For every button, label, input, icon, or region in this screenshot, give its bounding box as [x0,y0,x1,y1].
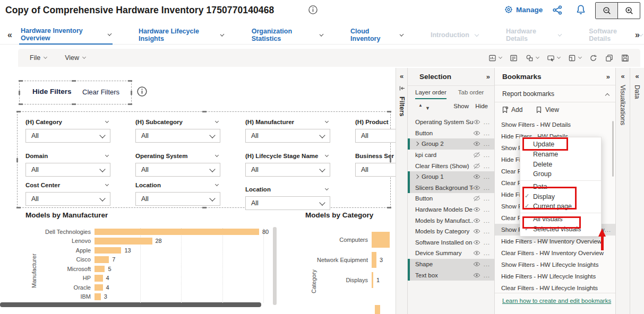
tab-hardware-details[interactable]: Hardware Details [504,25,563,45]
zoom-in-button[interactable] [617,3,640,19]
visible-eye-icon[interactable] [473,206,480,213]
bookmark-item[interactable]: Clear Filters - HW Lifecycle Insights [495,282,615,292]
layer-item[interactable]: Text box... [408,269,494,281]
bar[interactable] [95,229,259,235]
slicer-menu-chevron-icon[interactable] [215,119,219,123]
chevron-down-icon[interactable] [558,32,562,36]
dock-filters-icon[interactable] [399,85,406,92]
tab-hardware-lifecycle-insights[interactable]: Hardware Lifecycle Insights [137,25,226,45]
tab-introduction[interactable]: Introduction [429,25,480,45]
more-options-icon[interactable]: ... [484,141,490,147]
layer-item[interactable]: Operating System Su...... [408,117,494,128]
buttons-button[interactable] [545,53,562,64]
layer-item[interactable]: Slicers Background Te...... [408,182,494,194]
slicer-location-2-dropdown[interactable]: All [245,196,330,210]
layer-item[interactable]: Button... [408,193,494,204]
filters-strip-label[interactable]: Filters [398,97,406,117]
slicer-location-1-dropdown[interactable]: All [135,192,220,206]
bar[interactable] [372,252,376,268]
report-info-icon[interactable] [308,5,318,15]
menu-item-display[interactable]: ✓Display [520,191,601,202]
more-options-icon[interactable]: ... [484,239,490,246]
visual-info-icon[interactable] [136,86,148,97]
bar[interactable] [95,284,103,291]
hidden-eye-icon[interactable] [473,151,480,159]
show-all-button[interactable]: Show [453,103,469,109]
data-strip-label[interactable]: Data [633,85,641,99]
more-options-icon[interactable]: ... [605,226,611,233]
add-bookmark-button[interactable]: Add [501,106,522,114]
notifications-button[interactable] [576,4,586,15]
menu-item-update[interactable]: Update [520,139,601,150]
learn-bookmarks-link[interactable]: Learn how to create and edit bookmarks [502,298,611,304]
visual-gallery-button[interactable] [487,53,503,64]
menu-item-all-visuals[interactable]: All visuals [520,214,601,224]
bookmark-item[interactable]: Clear Filters - HW Inventory Overview [495,247,615,259]
more-options-icon[interactable]: ... [484,272,490,278]
layer-item-group[interactable]: Group 2... [408,138,494,150]
canvas-horizontal-scrollbar[interactable] [0,302,261,307]
share-button[interactable] [552,5,563,15]
slicer-menu-chevron-icon[interactable] [325,153,329,157]
layer-item[interactable]: Device Summary... [408,248,494,259]
slicer-menu-chevron-icon[interactable] [105,153,109,157]
bookmark-item[interactable]: Show Filters - HW Details [495,119,615,130]
visualizations-strip-label[interactable]: Visualizations [619,85,626,125]
slicer-category-dropdown[interactable]: All [25,129,110,143]
tabs-scroll-right-icon[interactable]: » [635,30,640,40]
duplicate-page-button[interactable] [604,53,615,64]
slicer-lifecycle-stage-dropdown[interactable]: All [245,163,330,177]
more-options-icon[interactable]: ... [484,173,490,180]
visible-eye-icon[interactable] [473,140,480,147]
visible-eye-icon[interactable] [473,184,480,191]
buttons-group-selection[interactable]: Hide Filters Clear Filters [19,81,132,104]
bar[interactable] [372,272,373,288]
bookmark-item[interactable]: Show Filters - HW Lifecycle Insights [495,259,615,271]
more-options-icon[interactable]: ... [484,163,490,169]
shapes-button[interactable] [524,53,540,64]
layer-item[interactable]: Button... [408,128,494,139]
chevron-down-icon[interactable] [475,32,479,36]
layer-item[interactable]: Models by Category... [408,226,494,237]
tab-cloud-inventory[interactable]: Cloud Inventory [349,25,405,45]
slicer-menu-chevron-icon[interactable] [105,182,109,186]
more-options-icon[interactable]: ... [484,206,490,213]
menu-item-data[interactable]: Data [520,182,601,192]
hidden-eye-icon[interactable] [473,162,480,170]
chevron-down-icon[interactable] [220,32,225,36]
slicer-menu-chevron-icon[interactable] [325,119,329,123]
more-options-icon[interactable]: ... [484,217,490,224]
menu-item-selected-visuals[interactable]: ✓Selected visuals [520,224,601,234]
layer-item[interactable]: Models by Manufact...... [408,215,494,226]
visible-eye-icon[interactable] [473,173,480,180]
report-bookmarks-section[interactable]: Report bookmarks [502,90,554,98]
layer-item[interactable]: Clear Filters (Show)... [408,160,494,171]
bar[interactable] [95,238,152,245]
layer-item[interactable]: kpi card... [408,150,494,161]
slicer-menu-chevron-icon[interactable] [325,187,329,190]
expand-filters-icon[interactable]: « [396,72,407,80]
hide-all-button[interactable]: Hide [475,103,488,109]
expand-group-icon[interactable] [415,142,419,146]
visible-eye-icon[interactable] [473,129,480,137]
visible-eye-icon[interactable] [473,228,480,235]
visible-eye-icon[interactable] [473,217,480,224]
menu-item-group[interactable]: Group [520,169,601,179]
tabs-scroll-left-icon[interactable]: « [7,30,12,40]
hide-filters-button[interactable]: Hide Filters [32,88,72,95]
bar[interactable] [95,275,103,282]
chevron-down-icon[interactable] [107,31,111,36]
move-layer-up-icon[interactable]: ▲ [418,103,423,108]
bar[interactable] [95,247,121,254]
bookmark-item[interactable]: Hide Filters - HW Lifecycle Insights [495,271,615,282]
slicer-menu-chevron-icon[interactable] [215,182,219,186]
slicer-domain-dropdown[interactable]: All [25,163,110,177]
slicer-product-dropdown[interactable]: All [355,129,396,143]
visible-eye-icon[interactable] [473,249,480,257]
zoom-out-button[interactable] [596,3,617,19]
visible-eye-icon[interactable] [473,239,480,246]
bar[interactable] [95,256,109,263]
tab-layer-order[interactable]: Layer order [415,86,446,99]
move-layer-down-icon[interactable]: ▼ [425,106,430,111]
layer-item-group[interactable]: Group 1... [408,171,494,182]
